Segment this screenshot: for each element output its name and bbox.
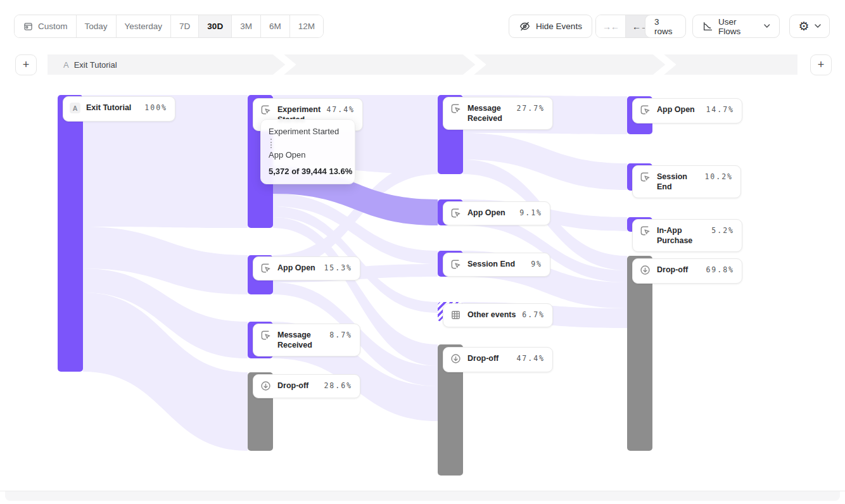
flow-link[interactable] (463, 133, 627, 190)
node-label: Drop-off (467, 353, 511, 363)
tooltip-connector-dots (270, 139, 272, 148)
cursor-click-icon (639, 104, 651, 116)
grid-icon (450, 309, 462, 321)
node-percent: 9.1% (519, 208, 542, 217)
node-label: In-App Purchase (657, 225, 706, 246)
node-label: Exit Tutorial (86, 103, 139, 113)
node-percent: 47.4% (516, 353, 545, 363)
node-label: Drop-off (277, 381, 318, 391)
cursor-click-icon (639, 225, 651, 237)
node-card-drop-off[interactable]: Drop-off 47.4% (443, 347, 553, 372)
node-percent: 27.7% (516, 103, 545, 113)
node-card-message-received[interactable]: Message Received 8.7% (253, 324, 360, 356)
node-label: Session End (467, 259, 525, 269)
cursor-click-icon (450, 207, 462, 219)
tooltip-target-event: App Open (269, 150, 347, 160)
node-card-drop-off[interactable]: Drop-off 69.8% (632, 258, 742, 284)
node-label: Other events (467, 310, 516, 320)
node-percent: 10.2% (704, 172, 733, 181)
node-label: Drop-off (657, 265, 700, 275)
node-label: Message Received (467, 103, 511, 124)
arrow-down-circle-icon (450, 353, 462, 365)
cursor-click-icon (260, 262, 272, 274)
step-a-badge: A (70, 103, 80, 113)
node-card-session-end[interactable]: Session End 10.2% (632, 165, 741, 198)
sankey-bar-exit-tutorial[interactable] (58, 95, 83, 372)
user-flows-app: CustomTodayYesterday7D30D3M6M12M Hide Ev… (0, 0, 845, 504)
node-percent: 47.4% (326, 104, 355, 114)
node-card-app-open[interactable]: App Open 9.1% (443, 201, 550, 225)
node-label: App Open (277, 263, 318, 273)
arrow-down-circle-icon (639, 264, 651, 276)
node-card-other-events[interactable]: Other events 6.7% (443, 303, 553, 327)
node-percent: 100% (144, 103, 167, 112)
cursor-click-icon (639, 171, 651, 183)
node-label: Session End (657, 172, 699, 192)
node-label: App Open (657, 104, 700, 115)
node-card-app-open[interactable]: App Open 15.3% (253, 256, 360, 280)
node-card-app-open[interactable]: App Open 14.7% (632, 98, 742, 123)
node-card-message-received[interactable]: Message Received 27.7% (443, 97, 553, 130)
node-card-drop-off[interactable]: Drop-off 28.6% (253, 374, 360, 398)
node-percent: 14.7% (706, 104, 734, 114)
tooltip-stat: 5,372 of 39,444 13.6% (269, 167, 347, 176)
node-card-session-end[interactable]: Session End 9% (443, 253, 550, 277)
flow-tooltip: Experiment Started App Open 5,372 of 39,… (260, 119, 355, 184)
node-percent: 6.7% (522, 310, 545, 319)
node-label: Message Received (277, 330, 324, 351)
node-percent: 15.3% (324, 263, 352, 272)
cursor-click-icon (450, 103, 462, 115)
tooltip-source-event: Experiment Started (269, 127, 347, 137)
cursor-click-icon (260, 329, 272, 341)
node-percent: 28.6% (324, 381, 352, 390)
cursor-click-icon (450, 258, 462, 270)
arrow-down-circle-icon (260, 380, 272, 392)
sankey-bar-drop-off[interactable] (627, 256, 652, 451)
node-percent: 5.2% (711, 225, 734, 235)
node-label: App Open (467, 208, 514, 218)
node-card-exit-tutorial[interactable]: A Exit Tutorial 100% (63, 96, 175, 122)
sankey-flow-links (0, 0, 845, 504)
node-percent: 69.8% (706, 265, 734, 274)
node-percent: 8.7% (329, 330, 352, 339)
node-card-in-app-purchase[interactable]: In-App Purchase 5.2% (632, 219, 742, 252)
node-percent: 9% (531, 259, 542, 268)
cursor-click-icon (260, 104, 272, 116)
